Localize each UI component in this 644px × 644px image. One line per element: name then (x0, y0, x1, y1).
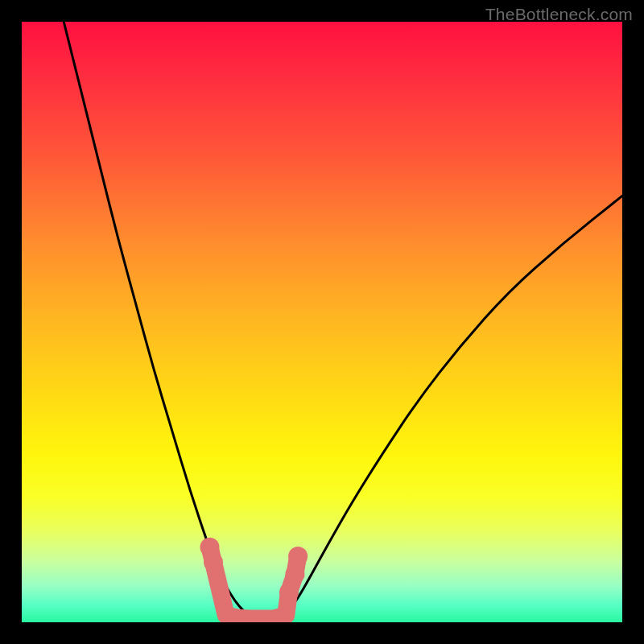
series-group (64, 22, 622, 619)
trough-dot (288, 547, 308, 566)
trough-dot (204, 552, 223, 572)
trough-dot (279, 583, 299, 602)
chart-svg (22, 22, 622, 622)
trough-stroke (209, 547, 298, 619)
chart-container: TheBottleneck.com (0, 0, 644, 644)
plot-area (22, 22, 622, 622)
left-curve (64, 22, 253, 619)
right-curve (280, 196, 622, 619)
trough-dot (285, 564, 304, 584)
